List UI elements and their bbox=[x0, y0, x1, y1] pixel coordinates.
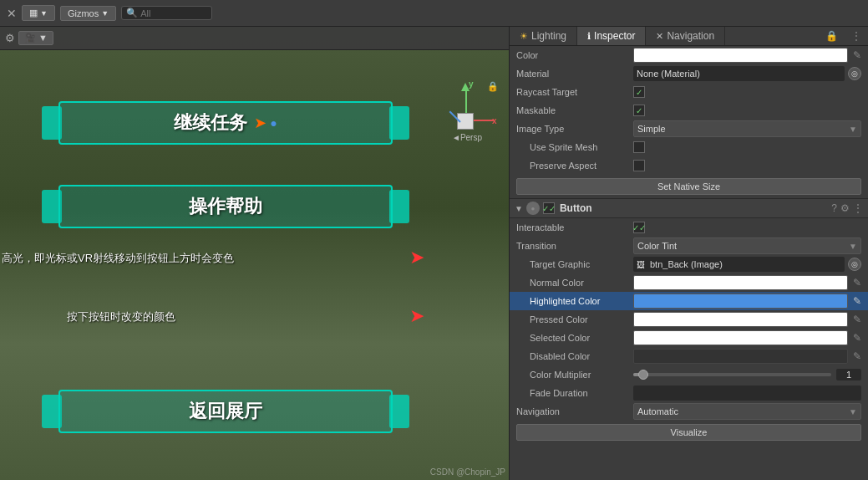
transition-label: Transition bbox=[516, 241, 633, 251]
btn-help-side-right bbox=[389, 190, 409, 223]
transition-value: Color Tint ▼ bbox=[633, 237, 861, 254]
help-icon[interactable]: ? bbox=[831, 202, 837, 214]
menu-section-icon[interactable]: ⋮ bbox=[853, 202, 863, 214]
image-type-dropdown[interactable]: Simple ▼ bbox=[633, 120, 861, 137]
btn-return[interactable]: 返回展厅 bbox=[42, 385, 409, 438]
disabled-color-label: Disabled Color bbox=[516, 351, 633, 361]
arrow-highlight: ➤ bbox=[409, 247, 424, 268]
tab-navigation[interactable]: ✕ Navigation bbox=[646, 27, 725, 45]
button-enabled-checkbox[interactable]: ✓ bbox=[543, 202, 555, 214]
slider-thumb[interactable] bbox=[638, 370, 648, 380]
material-field: None (Material) bbox=[633, 66, 845, 81]
btn-continue[interactable]: 继续任务 ➤ ● bbox=[42, 96, 409, 150]
navigation-arrow: ▼ bbox=[849, 407, 857, 416]
button-section-header[interactable]: ▼ ● ✓ Button ? ⚙ ⋮ bbox=[510, 198, 868, 218]
color-multiplier-label: Color Multiplier bbox=[516, 370, 633, 380]
visualize-button[interactable]: Visualize bbox=[516, 424, 861, 441]
lighting-icon: ☀ bbox=[520, 31, 528, 42]
main-area: ⚙ 🎥 ▼ 🔒 x y ◄Persp bbox=[0, 27, 868, 480]
annotation-pressed: 按下按钮时改变的颜色 bbox=[67, 309, 175, 324]
tab-inspector[interactable]: ℹ Inspector bbox=[577, 27, 646, 45]
maskable-checkbox[interactable] bbox=[633, 105, 645, 116]
navigation-value: Automatic ▼ bbox=[633, 403, 861, 420]
selected-color-label: Selected Color bbox=[516, 333, 633, 343]
selected-color-edit[interactable]: ✎ bbox=[853, 332, 861, 344]
inspector-content: Color ✎ Material None (Material) ◎ Rayc bbox=[510, 46, 868, 480]
disabled-color-swatch[interactable] bbox=[633, 349, 848, 364]
lock-panel-icon[interactable]: 🔒 bbox=[819, 27, 845, 45]
highlighted-color-edit[interactable]: ✎ bbox=[853, 295, 861, 307]
target-graphic-value: 🖼 btn_Back (Image) ◎ bbox=[633, 257, 861, 272]
color-value: ✎ bbox=[633, 48, 861, 63]
use-sprite-row: Use Sprite Mesh bbox=[510, 138, 868, 156]
target-graphic-label: Target Graphic bbox=[516, 259, 633, 269]
fade-duration-row: Fade Duration 0.1 bbox=[510, 384, 868, 402]
material-picker-btn[interactable]: ◎ bbox=[848, 67, 861, 80]
highlighted-color-swatch[interactable] bbox=[633, 294, 848, 309]
btn-side-right bbox=[389, 106, 409, 140]
normal-color-row: Normal Color ✎ bbox=[510, 273, 868, 292]
tab-lighting[interactable]: ☀ Lighting bbox=[510, 27, 577, 45]
image-type-row: Image Type Simple ▼ bbox=[510, 120, 868, 138]
fade-duration-value: 0.1 bbox=[633, 386, 861, 401]
btn-arrow-icon: ➤ bbox=[254, 114, 266, 132]
use-sprite-checkbox[interactable] bbox=[633, 141, 645, 153]
settings-section-icon[interactable]: ⚙ bbox=[840, 202, 850, 214]
search-input[interactable] bbox=[140, 8, 207, 18]
target-graphic-picker[interactable]: ◎ bbox=[848, 258, 861, 271]
pressed-color-swatch[interactable] bbox=[633, 312, 848, 327]
disabled-color-value: ✎ bbox=[633, 349, 861, 364]
normal-color-edit[interactable]: ✎ bbox=[853, 277, 861, 289]
pressed-color-row: Pressed Color ✎ bbox=[510, 310, 868, 329]
color-edit-icon[interactable]: ✎ bbox=[853, 49, 861, 61]
panel-menu-icon[interactable]: ⋮ bbox=[845, 27, 868, 45]
selected-color-swatch[interactable] bbox=[633, 330, 848, 345]
disabled-color-edit[interactable]: ✎ bbox=[853, 350, 861, 362]
section-actions: ? ⚙ ⋮ bbox=[831, 202, 863, 214]
image-type-icon: 🖼 bbox=[637, 260, 645, 269]
transition-dropdown[interactable]: Color Tint ▼ bbox=[633, 237, 861, 254]
interactable-check: ✓ bbox=[632, 223, 639, 232]
material-row: Material None (Material) ◎ bbox=[510, 64, 868, 83]
pressed-color-label: Pressed Color bbox=[516, 314, 633, 324]
target-graphic-row: Target Graphic 🖼 btn_Back (Image) ◎ bbox=[510, 255, 868, 273]
raycast-checkbox[interactable] bbox=[633, 86, 645, 98]
watermark: CSDN @Chopin_JP bbox=[430, 467, 505, 477]
material-value: None (Material) ◎ bbox=[633, 66, 861, 81]
arrow-pressed: ➤ bbox=[409, 305, 424, 327]
scene-view-btn[interactable]: 🎥 ▼ bbox=[18, 31, 53, 45]
preserve-checkbox[interactable] bbox=[633, 160, 645, 171]
btn-continue-wrapper: 继续任务 ➤ ● bbox=[17, 96, 384, 150]
navigation-icon: ✕ bbox=[656, 31, 663, 42]
color-multiplier-input[interactable]: 1 bbox=[836, 369, 861, 380]
annotation-highlight: 高光，即光标或VR射线移动到按钮上方时会变色 bbox=[2, 251, 234, 266]
use-sprite-label: Use Sprite Mesh bbox=[516, 142, 633, 152]
layout-button[interactable]: ▦▼ bbox=[22, 5, 55, 21]
raycast-value bbox=[633, 86, 861, 98]
settings-icon[interactable]: ✕ bbox=[7, 7, 17, 20]
use-sprite-value bbox=[633, 141, 861, 153]
maskable-label: Maskable bbox=[516, 105, 633, 115]
maskable-value bbox=[633, 105, 861, 116]
search-box[interactable]: 🔍 bbox=[121, 6, 212, 20]
scene-menu-icon[interactable]: ⚙ bbox=[5, 32, 15, 44]
raycast-label: Raycast Target bbox=[516, 87, 633, 97]
navigation-dropdown[interactable]: Automatic ▼ bbox=[633, 403, 861, 420]
color-multiplier-slider: 1 bbox=[633, 369, 861, 380]
native-size-button[interactable]: Set Native Size bbox=[516, 178, 861, 195]
pressed-color-edit[interactable]: ✎ bbox=[853, 314, 861, 325]
interactable-row: Interactable ✓ bbox=[510, 218, 868, 237]
btn-return-text: 返回展厅 bbox=[189, 399, 262, 424]
highlighted-color-label: Highlighted Color bbox=[516, 296, 633, 306]
color-swatch[interactable] bbox=[633, 48, 848, 63]
btn-help[interactable]: 操作帮助 bbox=[42, 180, 409, 233]
normal-color-swatch[interactable] bbox=[633, 275, 848, 290]
btn-continue-text: 继续任务 bbox=[174, 110, 247, 135]
transition-row: Transition Color Tint ▼ bbox=[510, 237, 868, 255]
normal-color-label: Normal Color bbox=[516, 278, 633, 288]
interactable-checkbox[interactable]: ✓ bbox=[633, 222, 645, 233]
pressed-color-value: ✎ bbox=[633, 312, 861, 327]
gizmo: 🔒 x y ◄Persp bbox=[434, 79, 500, 146]
gizmos-button[interactable]: Gizmos▼ bbox=[60, 6, 116, 21]
fade-duration-input[interactable]: 0.1 bbox=[633, 386, 861, 401]
